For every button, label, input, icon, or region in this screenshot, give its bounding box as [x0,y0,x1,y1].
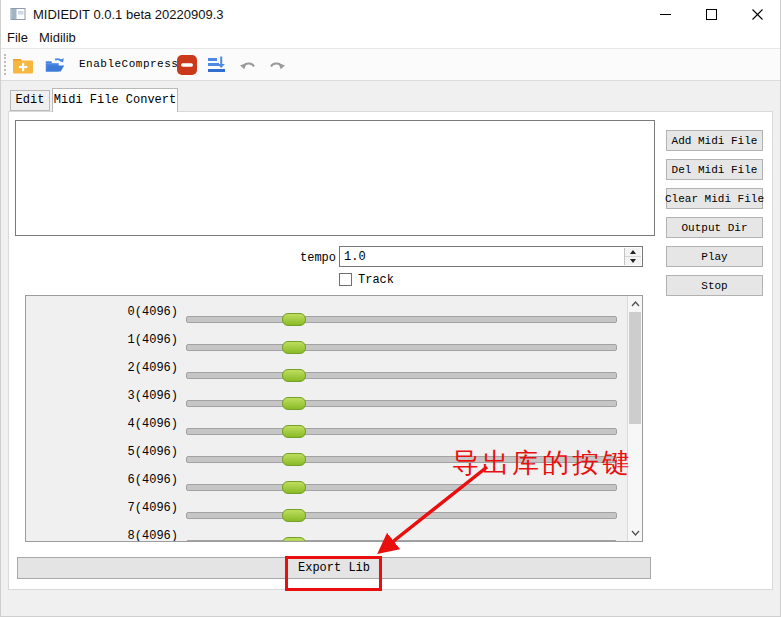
slider-row: 4(4096) [26,414,626,438]
slider-row: 7(4096) [26,498,626,522]
slider-track[interactable] [186,540,617,542]
track-checkbox[interactable] [339,273,352,286]
redo-button[interactable] [264,53,288,77]
track-checkbox-label: Track [358,273,394,287]
track-slider-panel: 0(4096) 1(4096) 2(4096) 3(4096) 4(4096) … [25,295,643,542]
tempo-spin-buttons [624,248,641,265]
slider-track[interactable] [186,484,617,491]
tempo-spinbox [339,246,643,267]
slider-handle[interactable] [282,453,306,466]
menu-midilib[interactable]: Midilib [39,30,76,45]
slider-handle[interactable] [282,537,306,542]
tempo-label: tempo [300,251,336,265]
new-folder-button[interactable] [11,53,35,77]
del-midi-file-button[interactable]: Del Midi File [666,159,763,180]
slider-handle[interactable] [282,341,306,354]
export-lib-label: Export Lib [298,561,370,575]
close-button[interactable] [734,0,780,28]
midi-app-icon [10,6,26,22]
tab-edit[interactable]: Edit [10,90,50,111]
slider-row: 8(4096) [26,526,626,542]
slider-row: 0(4096) [26,302,626,326]
scroll-up-button[interactable] [628,296,642,312]
slider-label: 0(4096) [26,305,178,319]
window-controls [642,0,780,28]
folder-open-icon [43,54,67,77]
scroll-down-button[interactable] [628,525,642,541]
slider-label: 3(4096) [26,389,178,403]
maximize-icon [706,9,717,20]
slider-track[interactable] [186,316,617,323]
slider-row: 3(4096) [26,386,626,410]
tab-midi-file-convert[interactable]: Midi File Convert [52,88,178,112]
add-midi-file-button[interactable]: Add Midi File [666,130,763,151]
clear-midi-file-button[interactable]: Clear Midi File [666,188,763,209]
minimize-icon [660,14,671,15]
minimize-button[interactable] [642,0,688,28]
menubar: File Midilib [1,28,780,48]
play-button[interactable]: Play [666,246,763,267]
folder-plus-icon [11,54,35,76]
titlebar: MIDIEDIT 0.0.1 beta 20220909.3 [1,0,780,28]
spin-down-button[interactable] [625,257,641,265]
slider-track[interactable] [186,512,617,519]
slider-handle[interactable] [282,425,306,438]
app-window: MIDIEDIT 0.0.1 beta 20220909.3 File Midi… [0,0,781,617]
slider-handle[interactable] [282,509,306,522]
menu-file[interactable]: File [7,30,28,45]
enable-compress-label[interactable]: EnableCompress [79,58,178,70]
maximize-button[interactable] [688,0,734,28]
chevron-down-icon [631,530,640,536]
slider-handle[interactable] [282,313,306,326]
midi-file-list[interactable] [15,120,655,236]
triangle-up-icon [630,250,636,254]
window-title: MIDIEDIT 0.0.1 beta 20220909.3 [33,7,224,22]
slider-label: 4(4096) [26,417,178,431]
open-file-button[interactable] [43,53,67,77]
output-dir-button[interactable]: Output Dir [666,217,763,238]
slider-track[interactable] [186,344,617,351]
slider-label: 6(4096) [26,473,178,487]
slider-handle[interactable] [282,369,306,382]
undo-button[interactable] [237,53,261,77]
slider-track[interactable] [186,428,617,435]
app-icon [10,6,26,22]
stop-button[interactable]: Stop [666,275,763,296]
triangle-down-icon [630,259,636,263]
minus-icon [176,54,198,76]
slider-handle[interactable] [282,397,306,410]
toolbar-grip-handle[interactable] [4,54,6,75]
slider-row: 2(4096) [26,358,626,382]
redo-icon [266,56,286,74]
undo-icon [239,56,259,74]
slider-label: 8(4096) [26,529,178,542]
scrollbar-thumb[interactable] [629,312,641,424]
slider-row: 1(4096) [26,330,626,354]
tempo-input[interactable] [340,247,626,266]
annotation-text: 导出库的按键 [452,445,632,481]
slider-label: 2(4096) [26,361,178,375]
vertical-scrollbar[interactable] [627,296,642,541]
chevron-up-icon [631,301,640,307]
slider-track[interactable] [186,400,617,407]
slider-handle[interactable] [282,481,306,494]
list-import-icon [206,54,228,76]
disable-compress-button[interactable] [175,53,199,77]
slider-label: 5(4096) [26,445,178,459]
toolbar: EnableCompress [1,48,780,81]
spin-up-button[interactable] [625,248,641,257]
slider-label: 1(4096) [26,333,178,347]
slider-track[interactable] [186,372,617,379]
slider-label: 7(4096) [26,501,178,515]
export-lib-button[interactable]: Export Lib [17,557,651,579]
close-icon [752,9,763,20]
import-list-button[interactable] [205,53,229,77]
